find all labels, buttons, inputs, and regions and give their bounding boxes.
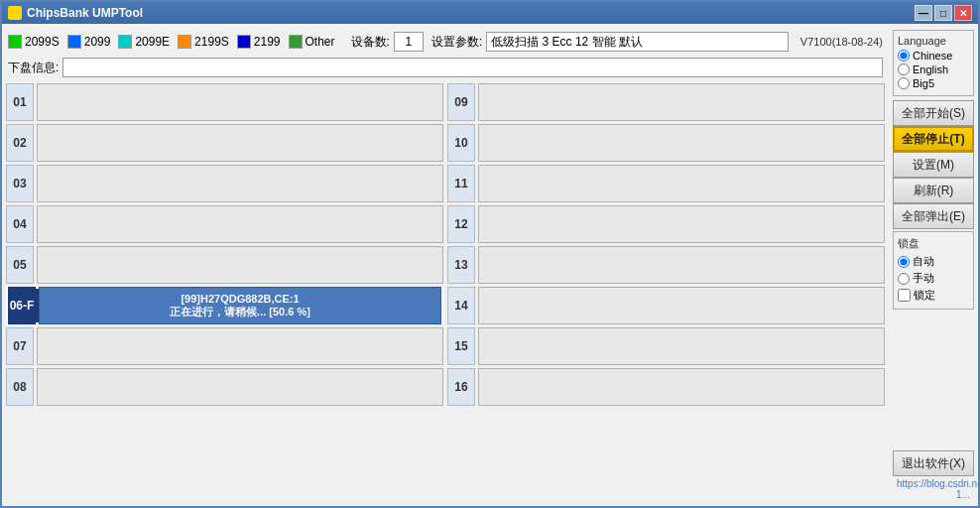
app-icon <box>8 6 22 20</box>
start-all-button[interactable]: 全部开始(S) <box>893 100 974 126</box>
disk-info-bar: 下盘信息: <box>6 56 885 79</box>
title-bar: ChipsBank UMPTool — □ ✕ <box>2 2 978 24</box>
slot-num-01: 01 <box>6 83 34 121</box>
radio-manual-lock-input[interactable] <box>898 273 910 285</box>
refresh-button[interactable]: 刷新(R) <box>893 178 974 203</box>
slot-bar-11 <box>478 165 885 202</box>
slot-bar-09 <box>478 83 885 121</box>
radio-big5-input[interactable] <box>898 77 910 89</box>
slot-num-06f: 06-F <box>8 287 36 324</box>
slots-container: 01 02 03 04 <box>6 79 885 502</box>
slot-06f-text1: [99]H27QDG882B,CE:1 <box>181 293 299 305</box>
radio-chinese-label: Chinese <box>913 50 952 62</box>
radio-manual-lock[interactable]: 手动 <box>898 271 969 286</box>
bottom-link[interactable]: https://blog.csdn.net/kuofee 1... <box>893 476 974 502</box>
slot-12: 12 <box>447 205 885 243</box>
lock-checkbox-item[interactable]: 锁定 <box>898 288 969 303</box>
eject-all-button[interactable]: 全部弹出(E) <box>893 203 974 229</box>
legend-color-2099 <box>67 35 81 49</box>
slot-bar-03 <box>37 165 443 202</box>
slot-num-13: 13 <box>447 246 475 284</box>
slot-num-11: 11 <box>447 165 475 202</box>
device-count-input[interactable] <box>394 32 424 52</box>
main-area: 2099S 2099 2099E 2199S 2199 <box>2 24 889 506</box>
slot-num-02: 02 <box>6 124 34 162</box>
legend-label-2099: 2099 <box>84 35 111 49</box>
slot-bar-15 <box>478 327 885 365</box>
slot-bar-14 <box>478 287 885 324</box>
radio-english-input[interactable] <box>898 64 910 75</box>
top-bar: 2099S 2099 2099E 2199S 2199 <box>6 28 885 56</box>
radio-english-label: English <box>913 64 948 75</box>
slot-03: 03 <box>6 165 443 202</box>
lock-checkbox-input[interactable] <box>898 289 911 302</box>
legend-2099e: 2099E <box>118 35 170 49</box>
slot-04: 04 <box>6 205 443 243</box>
legend-label-2199s: 2199S <box>194 35 229 49</box>
legend-2199: 2199 <box>237 35 281 49</box>
slot-bar-04 <box>37 205 443 243</box>
legend-color-2199s <box>178 35 191 49</box>
legend-color-other <box>289 35 303 49</box>
slot-09: 09 <box>447 83 885 121</box>
slot-02: 02 <box>6 124 443 162</box>
lock-checkbox-label: 锁定 <box>914 288 935 303</box>
params-label: 设置参数: <box>431 34 482 51</box>
settings-button[interactable]: 设置(M) <box>893 152 974 178</box>
slots-column-right: 09 10 11 12 <box>447 83 885 502</box>
slot-07: 07 <box>6 327 443 365</box>
slot-num-09: 09 <box>447 83 475 121</box>
slots-column-left: 01 02 03 04 <box>6 83 443 502</box>
language-title: Language <box>898 35 969 47</box>
radio-english[interactable]: English <box>898 64 969 75</box>
slot-bar-05 <box>37 246 443 284</box>
slot-bar-10 <box>478 124 885 162</box>
slot-08: 08 <box>6 368 443 406</box>
slot-15: 15 <box>447 327 885 365</box>
disk-info-label: 下盘信息: <box>8 60 59 76</box>
slot-bar-07 <box>37 327 443 365</box>
disk-info-input[interactable] <box>62 58 883 77</box>
slot-16: 16 <box>447 368 885 406</box>
slot-06f[interactable]: 06-F [99]H27QDG882B,CE:1 正在进行，请稍候... [50… <box>6 287 443 324</box>
slot-num-12: 12 <box>447 205 475 243</box>
slot-num-03: 03 <box>6 165 34 202</box>
slot-05: 05 <box>6 246 443 284</box>
slot-14: 14 <box>447 287 885 324</box>
maximize-button[interactable]: □ <box>934 5 952 21</box>
legend-color-2099s <box>8 35 22 49</box>
slot-num-16: 16 <box>447 368 475 406</box>
params-input[interactable] <box>486 32 789 52</box>
close-button[interactable]: ✕ <box>954 5 972 21</box>
minimize-button[interactable]: — <box>915 5 932 21</box>
legend-label-other: Other <box>306 35 335 49</box>
slot-num-14: 14 <box>447 287 475 324</box>
radio-auto-lock-label: 自动 <box>913 254 934 269</box>
slot-bar-12 <box>478 205 885 243</box>
legend-color-2199 <box>237 35 251 49</box>
slot-num-10: 10 <box>447 124 475 162</box>
legend-other: Other <box>289 35 335 49</box>
device-count-label: 设备数: <box>351 34 390 51</box>
radio-chinese[interactable]: Chinese <box>898 50 969 62</box>
radio-big5-label: Big5 <box>913 77 934 89</box>
radio-manual-lock-label: 手动 <box>913 271 934 286</box>
language-section: Language Chinese English Big5 <box>893 30 974 96</box>
legend-2099: 2099 <box>67 35 111 49</box>
exit-button[interactable]: 退出软件(X) <box>893 450 974 476</box>
radio-auto-lock[interactable]: 自动 <box>898 254 969 269</box>
radio-big5[interactable]: Big5 <box>898 77 969 89</box>
radio-auto-lock-input[interactable] <box>898 256 910 268</box>
legend-label-2099e: 2099E <box>135 35 170 49</box>
params-section: 设置参数: <box>431 32 789 52</box>
slot-bar-08 <box>37 368 443 406</box>
slot-13: 13 <box>447 246 885 284</box>
main-window: ChipsBank UMPTool — □ ✕ 2099S 2099 209 <box>0 0 980 508</box>
right-panel: Language Chinese English Big5 全部 <box>889 24 978 506</box>
window-title: ChipsBank UMPTool <box>27 6 915 20</box>
slot-11: 11 <box>447 165 885 202</box>
stop-all-button[interactable]: 全部停止(T) <box>893 126 974 152</box>
radio-chinese-input[interactable] <box>898 50 910 62</box>
legend-label-2199: 2199 <box>254 35 281 49</box>
slot-01: 01 <box>6 83 443 121</box>
